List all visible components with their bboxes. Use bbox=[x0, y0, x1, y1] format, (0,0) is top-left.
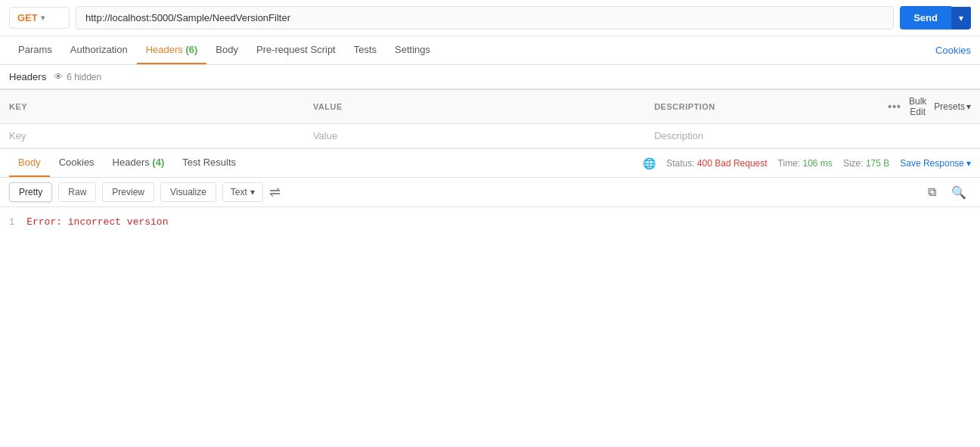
send-button[interactable]: Send bbox=[900, 6, 951, 29]
format-preview-button[interactable]: Preview bbox=[102, 182, 154, 202]
response-toolbar-left: Pretty Raw Preview Visualize Text ▾ ⇌ bbox=[9, 182, 281, 202]
copy-button[interactable]: ⧉ bbox=[923, 184, 941, 200]
presets-button[interactable]: Presets ▾ bbox=[934, 101, 971, 112]
col-key: KEY bbox=[0, 90, 304, 124]
response-content: 1Error: incorrect version bbox=[0, 207, 980, 238]
tab-params[interactable]: Params bbox=[9, 36, 61, 64]
status-value: 400 Bad Request bbox=[697, 158, 768, 169]
save-response-button[interactable]: Save Response ▾ bbox=[900, 158, 971, 169]
description-cell[interactable]: Description bbox=[645, 124, 879, 148]
text-format-chevron: ▾ bbox=[250, 187, 255, 197]
response-toolbar-right: ⧉ 🔍 bbox=[923, 184, 971, 201]
search-button[interactable]: 🔍 bbox=[947, 184, 971, 201]
hidden-headers-badge: 👁 6 hidden bbox=[54, 71, 101, 82]
row-action-cell bbox=[879, 124, 980, 148]
format-raw-button[interactable]: Raw bbox=[58, 182, 96, 202]
time-value: 106 ms bbox=[803, 158, 833, 169]
response-line-1: Error: incorrect version bbox=[26, 216, 168, 228]
hidden-count: 6 hidden bbox=[67, 72, 101, 82]
send-button-group: Send ▾ bbox=[900, 6, 971, 29]
request-tabs-left: Params Authorization Headers (6) Body Pr… bbox=[9, 36, 439, 64]
tab-tests[interactable]: Tests bbox=[345, 36, 386, 64]
tab-headers[interactable]: Headers (6) bbox=[137, 36, 207, 64]
eye-icon: 👁 bbox=[54, 71, 64, 82]
size-label: Size: 175 B bbox=[843, 158, 889, 169]
bulk-edit-button[interactable]: Bulk Edit bbox=[909, 96, 926, 117]
request-tabs: Params Authorization Headers (6) Body Pr… bbox=[0, 36, 980, 65]
tab-authorization[interactable]: Authorization bbox=[61, 36, 137, 64]
headers-badge: (6) bbox=[185, 44, 197, 55]
value-cell[interactable]: Value bbox=[304, 124, 645, 148]
url-input[interactable] bbox=[76, 6, 894, 29]
method-select[interactable]: GET ▾ bbox=[9, 7, 70, 29]
col-description: DESCRIPTION bbox=[645, 90, 879, 124]
line-number-1: 1 bbox=[9, 217, 14, 228]
method-chevron-icon: ▾ bbox=[41, 14, 45, 22]
response-tab-test-results[interactable]: Test Results bbox=[173, 149, 245, 177]
key-cell[interactable]: Key bbox=[0, 124, 304, 148]
response-tab-headers[interactable]: Headers (4) bbox=[104, 149, 174, 177]
text-format-dropdown[interactable]: Text ▾ bbox=[222, 182, 263, 202]
send-dropdown-button[interactable]: ▾ bbox=[951, 7, 971, 29]
tab-prerequest[interactable]: Pre-request Script bbox=[247, 36, 345, 64]
top-bar: GET ▾ Send ▾ bbox=[0, 0, 980, 36]
col-actions: ••• Bulk Edit Presets ▾ bbox=[879, 90, 980, 124]
format-visualize-button[interactable]: Visualize bbox=[160, 182, 216, 202]
globe-icon: 🌐 bbox=[643, 157, 656, 169]
size-value: 175 B bbox=[866, 158, 889, 169]
wrap-lines-icon[interactable]: ⇌ bbox=[269, 184, 281, 200]
response-body-toolbar: Pretty Raw Preview Visualize Text ▾ ⇌ ⧉ … bbox=[0, 178, 980, 207]
tab-settings[interactable]: Settings bbox=[386, 36, 439, 64]
response-tab-body[interactable]: Body bbox=[9, 149, 50, 177]
response-tabs-bar: Body Cookies Headers (4) Test Results 🌐 … bbox=[0, 149, 980, 178]
response-status: 🌐 Status: 400 Bad Request Time: 106 ms S… bbox=[643, 157, 971, 169]
response-tab-cookies[interactable]: Cookies bbox=[50, 149, 104, 177]
table-header-row: KEY VALUE DESCRIPTION ••• Bulk Edit Pres… bbox=[0, 90, 980, 124]
more-options-icon[interactable]: ••• bbox=[888, 101, 901, 113]
headers-table: KEY VALUE DESCRIPTION ••• Bulk Edit Pres… bbox=[0, 89, 980, 148]
col-value: VALUE bbox=[304, 90, 645, 124]
cookies-link[interactable]: Cookies bbox=[935, 45, 971, 56]
headers-section: Headers 👁 6 hidden bbox=[0, 65, 980, 89]
response-panel: Body Cookies Headers (4) Test Results 🌐 … bbox=[0, 148, 980, 238]
headers-section-label: Headers bbox=[9, 71, 46, 82]
format-pretty-button[interactable]: Pretty bbox=[9, 182, 52, 202]
response-headers-badge: (4) bbox=[152, 157, 164, 168]
table-row: Key Value Description bbox=[0, 124, 980, 148]
time-label: Time: 106 ms bbox=[778, 158, 833, 169]
tab-body[interactable]: Body bbox=[206, 36, 247, 64]
status-label: Status: 400 Bad Request bbox=[666, 158, 767, 169]
method-label: GET bbox=[17, 12, 38, 23]
request-panel: KEY VALUE DESCRIPTION ••• Bulk Edit Pres… bbox=[0, 89, 980, 148]
text-format-label: Text bbox=[231, 187, 247, 197]
response-tabs-left: Body Cookies Headers (4) Test Results bbox=[9, 149, 245, 177]
